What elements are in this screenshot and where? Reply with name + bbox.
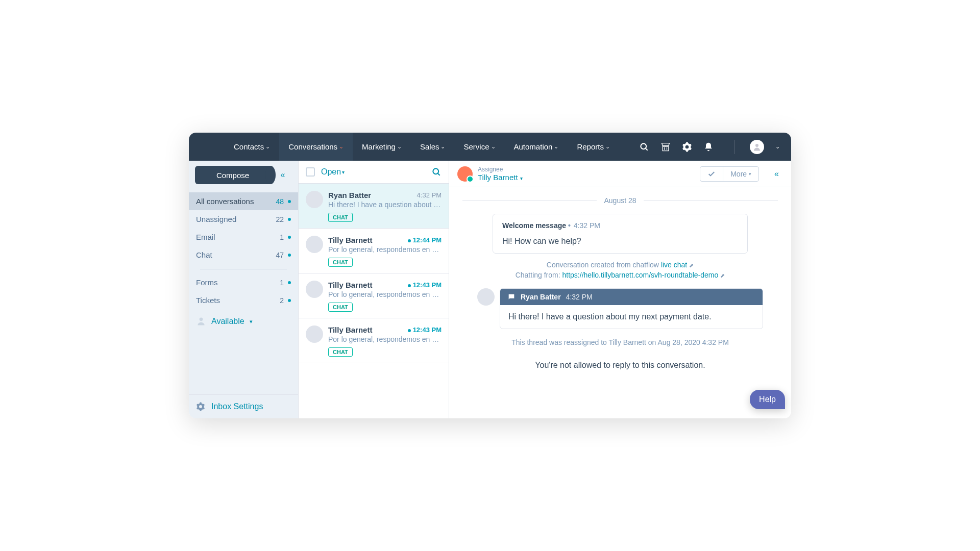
search-icon[interactable]	[431, 167, 442, 177]
assignee-dropdown[interactable]: Tilly Barnett ▾	[478, 173, 523, 182]
svg-line-5	[438, 173, 440, 176]
main-area: Compose « All conversations 48 Unassigne…	[189, 161, 791, 418]
bell-icon[interactable]	[703, 142, 714, 152]
external-link-icon: ⬈	[720, 272, 725, 279]
unread-dot-icon	[288, 254, 291, 257]
chevron-down-icon: ⌄	[605, 143, 610, 150]
more-dropdown[interactable]: More ▾	[723, 167, 758, 181]
message-preview: Hi there! I have a question about …	[328, 201, 442, 209]
assignee-label: Assignee	[478, 166, 523, 173]
channel-badge: CHAT	[328, 213, 353, 222]
contact-name: Tilly Barnett	[328, 281, 408, 289]
conversation-item[interactable]: Tilly Barnett 12:43 PM Por lo general, r…	[299, 318, 449, 363]
date-divider: August 28	[462, 196, 778, 205]
select-all-checkbox[interactable]	[306, 167, 315, 177]
compose-button[interactable]: Compose	[195, 166, 271, 184]
message-preview: Por lo general, respondemos en u…	[328, 245, 442, 254]
unread-dot-icon	[288, 236, 291, 239]
compose-row: Compose «	[189, 161, 298, 189]
message-header: Ryan Batter 4:32 PM	[500, 289, 763, 305]
channel-badge: CHAT	[328, 303, 353, 312]
user-avatar[interactable]	[750, 140, 764, 154]
marketplace-icon[interactable]	[660, 142, 671, 152]
sidebar-item-count: 1	[280, 233, 284, 241]
settings-label: Inbox Settings	[211, 402, 263, 411]
conversation-list: Open▾ Ryan Batter 4:32 PM Hi there! I ha…	[299, 161, 449, 418]
conversation-thread: Assignee Tilly Barnett ▾ More ▾ « August…	[449, 161, 791, 418]
created-from-meta: Conversation created from chatflow live …	[462, 261, 778, 269]
status-label: Available	[211, 317, 244, 326]
conversation-time: 4:32 PM	[417, 191, 442, 199]
sidebar-item-label: Chat	[196, 251, 272, 259]
filter-dropdown[interactable]: Open▾	[321, 167, 345, 177]
sidebar-item-chat[interactable]: Chat 47	[189, 246, 298, 264]
sidebar-item-label: Tickets	[196, 296, 276, 305]
avatar	[306, 281, 323, 298]
sidebar-item-email[interactable]: Email 1	[189, 228, 298, 246]
conversation-item[interactable]: Tilly Barnett 12:44 PM Por lo general, r…	[299, 229, 449, 273]
conversation-time: 12:43 PM	[408, 281, 442, 289]
message-time: 4:32 PM	[566, 293, 593, 301]
sidebar-item-forms[interactable]: Forms 1	[189, 273, 298, 291]
nav-label: Conversations	[288, 142, 337, 151]
help-button[interactable]: Help	[750, 390, 785, 409]
avatar	[306, 191, 323, 208]
sidebar-item-count: 22	[276, 215, 284, 223]
conversation-time: 12:44 PM	[408, 236, 442, 244]
svg-point-2	[755, 144, 758, 147]
chevron-down-icon[interactable]: ⌄	[775, 143, 780, 150]
sidebar-item-count: 2	[280, 296, 284, 305]
nav-automation[interactable]: Automation⌄	[505, 133, 568, 161]
nav-reports[interactable]: Reports⌄	[568, 133, 619, 161]
nav-label: Service	[463, 142, 489, 151]
chatting-from-link[interactable]: https://hello.tillybarnett.com/svh-round…	[562, 271, 719, 279]
nav-service[interactable]: Service⌄	[454, 133, 504, 161]
incoming-message: Ryan Batter 4:32 PM Hi there! I have a q…	[477, 288, 763, 329]
chevron-down-icon: ▾	[250, 318, 253, 325]
sidebar-item-label: Unassigned	[196, 215, 272, 223]
sender-name: Ryan Batter	[521, 293, 561, 301]
nav-contacts[interactable]: Contacts⌄	[225, 133, 279, 161]
gear-icon[interactable]	[682, 142, 692, 152]
sidebar-item-unassigned[interactable]: Unassigned 22	[189, 210, 298, 228]
sidebar-item-label: Email	[196, 233, 276, 241]
channel-badge: CHAT	[328, 347, 353, 357]
contact-name: Ryan Batter	[328, 191, 417, 199]
nav-conversations[interactable]: Conversations⌄	[279, 133, 353, 161]
conversation-item[interactable]: Ryan Batter 4:32 PM Hi there! I have a q…	[299, 184, 449, 229]
assignee-avatar	[457, 166, 473, 182]
sidebar-item-tickets[interactable]: Tickets 2	[189, 291, 298, 309]
sidebar-item-label: All conversations	[196, 197, 272, 206]
collapse-sidebar-button[interactable]: «	[274, 166, 292, 184]
top-navigation: Contacts⌄ Conversations⌄ Marketing⌄ Sale…	[189, 133, 791, 161]
inbox-settings-link[interactable]: Inbox Settings	[189, 394, 298, 418]
app-window: Contacts⌄ Conversations⌄ Marketing⌄ Sale…	[189, 133, 791, 418]
unread-dot-icon	[288, 299, 291, 302]
conversation-item[interactable]: Tilly Barnett 12:43 PM Por lo general, r…	[299, 273, 449, 318]
conversation-time: 12:43 PM	[408, 326, 442, 334]
message-preview: Por lo general, respondemos en u…	[328, 290, 442, 298]
unread-dot-icon	[408, 284, 411, 287]
search-icon[interactable]	[639, 142, 649, 152]
chevron-down-icon: ⌄	[491, 143, 496, 150]
nav-label: Reports	[577, 142, 604, 151]
chatflow-link[interactable]: live chat	[661, 261, 687, 269]
chevron-down-icon: ▾	[342, 169, 345, 175]
sidebar-item-all-conversations[interactable]: All conversations 48	[189, 192, 298, 210]
welcome-time: 4:32 PM	[574, 221, 600, 230]
chevron-down-icon: ⌄	[397, 143, 402, 150]
chevron-down-icon: ▾	[520, 176, 523, 181]
unread-dot-icon	[288, 200, 291, 203]
nav-label: Automation	[514, 142, 553, 151]
chevron-down-icon: ⌄	[440, 143, 445, 150]
availability-status[interactable]: Available ▾	[189, 309, 298, 334]
nav-sales[interactable]: Sales⌄	[411, 133, 455, 161]
sidebar: Compose « All conversations 48 Unassigne…	[189, 161, 299, 418]
chevron-down-icon: ▾	[749, 171, 751, 177]
resolve-button[interactable]	[700, 167, 723, 181]
nav-marketing[interactable]: Marketing⌄	[353, 133, 411, 161]
channel-badge: CHAT	[328, 258, 353, 267]
message-text: Hi there! I have a question about my nex…	[500, 305, 763, 329]
collapse-details-button[interactable]: «	[765, 169, 783, 179]
assignee-section: Assignee Tilly Barnett ▾	[457, 166, 523, 182]
